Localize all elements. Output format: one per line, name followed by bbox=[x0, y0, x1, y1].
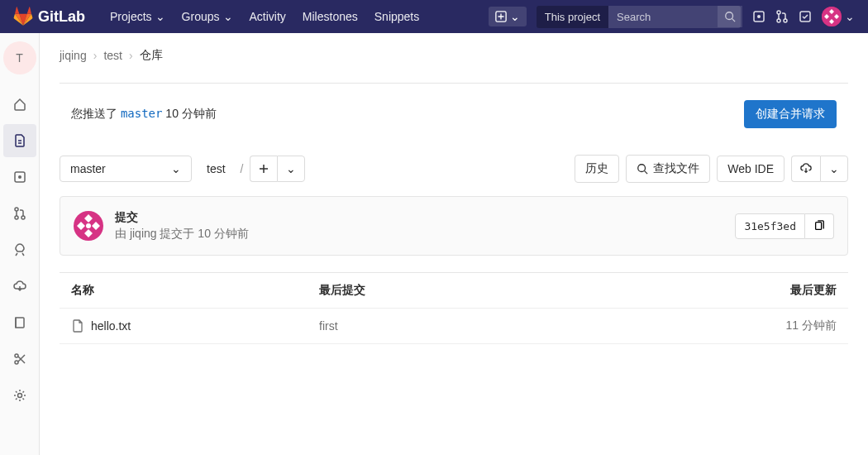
svg-point-13 bbox=[21, 216, 25, 219]
col-commit-header: 最后提交 bbox=[319, 283, 737, 298]
svg-point-6 bbox=[784, 19, 787, 22]
commit-author[interactable]: jiqing bbox=[130, 227, 157, 240]
doc-icon bbox=[13, 134, 26, 147]
nav-milestones[interactable]: Milestones bbox=[294, 0, 366, 33]
svg-point-14 bbox=[15, 354, 18, 357]
file-table-header: 名称 最后提交 最后更新 bbox=[60, 273, 848, 309]
svg-point-12 bbox=[15, 216, 18, 219]
home-icon bbox=[13, 98, 26, 111]
commit-info: 提交 由 jiqing 提交于 10 分钟前 bbox=[115, 210, 723, 242]
push-text: 您推送了 master 10 分钟前 bbox=[71, 107, 217, 122]
file-row[interactable]: hello.txt first 11 分钟前 bbox=[60, 309, 848, 344]
file-last-commit[interactable]: first bbox=[319, 319, 737, 333]
content: jiqing › test › 仓库 您推送了 master 10 分钟前 创建… bbox=[40, 33, 868, 359]
breadcrumb-group[interactable]: jiqing bbox=[60, 49, 87, 62]
download-icon bbox=[800, 163, 812, 175]
search-scope[interactable]: This project bbox=[537, 6, 608, 28]
create-mr-button[interactable]: 创建合并请求 bbox=[744, 100, 837, 128]
sidebar-home[interactable] bbox=[3, 88, 36, 121]
search-icon bbox=[637, 163, 648, 175]
brand-text: GitLab bbox=[38, 8, 85, 26]
main: jiqing › test › 仓库 您推送了 master 10 分钟前 创建… bbox=[40, 33, 868, 455]
todos-icon[interactable] bbox=[799, 10, 812, 23]
path-separator: / bbox=[241, 162, 244, 175]
tanuki-icon bbox=[13, 7, 33, 26]
svg-point-3 bbox=[757, 15, 761, 18]
project-avatar[interactable]: T bbox=[3, 41, 36, 74]
add-dropdown: ⌄ bbox=[250, 156, 305, 182]
push-banner: 您推送了 master 10 分钟前 创建合并请求 bbox=[60, 83, 848, 155]
chevron-down-icon: ⌄ bbox=[286, 162, 296, 175]
chevron-down-icon: ⌄ bbox=[223, 10, 233, 23]
file-icon bbox=[71, 319, 84, 333]
file-table: 名称 最后提交 最后更新 hello.txt first 11 分钟前 bbox=[60, 272, 848, 344]
navbar-left: GitLab Projects⌄ Groups⌄ Activity Milest… bbox=[13, 0, 427, 33]
issues-icon bbox=[13, 170, 26, 184]
find-file-button[interactable]: 查找文件 bbox=[626, 155, 710, 183]
svg-point-15 bbox=[15, 361, 18, 364]
file-last-updated: 11 分钟前 bbox=[737, 318, 837, 333]
user-avatar bbox=[822, 7, 842, 26]
download-chevron[interactable]: ⌄ bbox=[820, 156, 848, 182]
chevron-right-icon: › bbox=[93, 49, 98, 62]
top-navbar: GitLab Projects⌄ Groups⌄ Activity Milest… bbox=[0, 0, 868, 33]
nav-snippets[interactable]: Snippets bbox=[366, 0, 427, 33]
chevron-right-icon: › bbox=[129, 49, 133, 62]
svg-point-19 bbox=[86, 223, 91, 228]
sidebar-settings[interactable] bbox=[3, 379, 36, 412]
book-icon bbox=[13, 316, 26, 329]
search-wrap: This project bbox=[537, 6, 742, 28]
breadcrumb-project[interactable]: test bbox=[103, 49, 122, 62]
scissors-icon bbox=[13, 352, 26, 366]
nav-links: Projects⌄ Groups⌄ Activity Milestones Sn… bbox=[102, 0, 427, 33]
copy-sha-button[interactable] bbox=[805, 213, 834, 239]
svg-rect-20 bbox=[816, 223, 822, 230]
gear-icon bbox=[13, 389, 26, 402]
nav-groups[interactable]: Groups⌄ bbox=[174, 0, 241, 33]
plus-square-icon bbox=[495, 11, 507, 22]
sidebar-operations[interactable] bbox=[3, 270, 36, 303]
commit-author-avatar[interactable] bbox=[74, 211, 103, 241]
svg-point-17 bbox=[638, 165, 646, 172]
chevron-down-icon: ⌄ bbox=[829, 162, 839, 175]
merge-requests-icon[interactable] bbox=[775, 10, 789, 23]
chevron-down-icon: ⌄ bbox=[155, 10, 165, 23]
nav-projects[interactable]: Projects⌄ bbox=[102, 0, 174, 33]
sidebar-mr[interactable] bbox=[3, 197, 36, 230]
new-dropdown[interactable]: ⌄ bbox=[489, 7, 527, 26]
search-input[interactable] bbox=[608, 6, 741, 28]
svg-point-5 bbox=[777, 19, 780, 22]
add-button[interactable] bbox=[250, 156, 277, 182]
download-button[interactable] bbox=[791, 156, 820, 182]
col-updated-header: 最后更新 bbox=[737, 283, 837, 298]
add-chevron[interactable]: ⌄ bbox=[277, 156, 305, 182]
last-commit: 提交 由 jiqing 提交于 10 分钟前 31e5f3ed bbox=[60, 196, 848, 256]
file-name-cell: hello.txt bbox=[71, 319, 319, 333]
sidebar-wiki[interactable] bbox=[3, 306, 36, 339]
sidebar-repository[interactable] bbox=[3, 124, 36, 157]
file-name: hello.txt bbox=[91, 319, 131, 333]
commit-title[interactable]: 提交 bbox=[115, 210, 723, 225]
sidebar-issues[interactable] bbox=[3, 160, 36, 194]
commit-sha[interactable]: 31e5f3ed bbox=[735, 213, 805, 239]
download-dropdown: ⌄ bbox=[791, 156, 848, 182]
cloud-icon bbox=[13, 280, 26, 293]
nav-activity[interactable]: Activity bbox=[241, 0, 294, 33]
history-button[interactable]: 历史 bbox=[575, 155, 619, 183]
col-name-header: 名称 bbox=[71, 283, 319, 298]
svg-point-4 bbox=[777, 11, 780, 14]
svg-point-11 bbox=[15, 208, 18, 211]
svg-point-16 bbox=[17, 394, 21, 398]
branch-link[interactable]: master bbox=[121, 107, 163, 120]
breadcrumb: jiqing › test › 仓库 bbox=[60, 48, 848, 63]
sidebar-cicd[interactable] bbox=[3, 233, 36, 266]
chevron-down-icon: ⌄ bbox=[845, 10, 855, 23]
sidebar-snippets[interactable] bbox=[3, 342, 36, 376]
web-ide-button[interactable]: Web IDE bbox=[717, 156, 785, 182]
branch-selector[interactable]: master ⌄ bbox=[60, 156, 192, 182]
gitlab-logo[interactable]: GitLab bbox=[13, 7, 85, 26]
merge-icon bbox=[13, 207, 26, 220]
issues-icon[interactable] bbox=[752, 10, 765, 23]
user-menu[interactable]: ⌄ bbox=[822, 7, 855, 26]
path-root[interactable]: test bbox=[198, 156, 234, 181]
